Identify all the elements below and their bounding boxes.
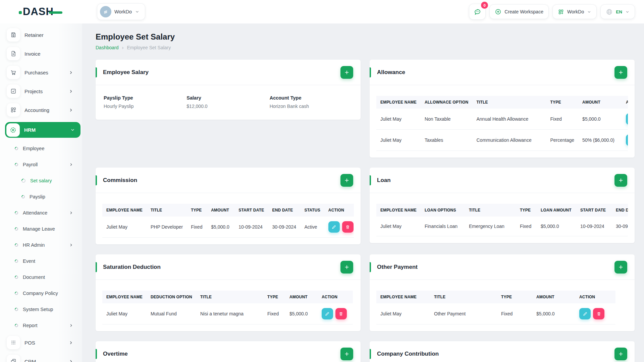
app-switcher-label: WorkDo [567,9,584,14]
sidebar-item-label: Attendance [23,210,47,216]
cell: 30-09-2024 [612,217,628,236]
edit-button[interactable] [322,308,333,319]
add-overtime-button[interactable] [340,348,353,360]
chevron-right-icon [69,243,73,247]
sidebar-item-label: POS [24,340,35,346]
sidebar-item-crm[interactable]: CRM [0,355,82,362]
edit-employee-salary-button[interactable] [340,66,353,79]
sidebar-item-purchases[interactable]: Purchases [0,66,82,79]
delete-button[interactable] [342,221,354,233]
other-payment-card: Other Payment Employee Name Title Type A… [370,254,635,331]
column-header: Title [472,96,546,109]
cell: Juliet May [376,303,430,324]
cell: $5,000.0 [578,109,622,130]
sidebar-item-retainer[interactable]: Retainer [0,28,82,42]
breadcrumb-current: Employee Set Salary [127,45,171,50]
language-button[interactable]: EN [601,5,635,19]
commission-card: Commission Employee Name Title Type Amou… [96,168,361,244]
sidebar-item-hrm[interactable]: HRM [5,122,80,138]
sidebar-item-payroll[interactable]: Payroll [0,159,82,170]
column-header: Amount [578,96,622,109]
sidebar-item-projects[interactable]: Projects [0,84,82,98]
sidebar-item-invoice[interactable]: Invoice [0,47,82,60]
chevron-right-icon [68,89,73,94]
add-saturation-deduction-button[interactable] [340,261,353,274]
chat-bubble-icon [474,8,481,16]
sidebar-item-payslip[interactable]: Payslip [0,191,82,202]
sidebar-item-label: Company Policy [23,291,58,296]
edit-button[interactable] [626,134,628,146]
workspace-avatar [100,6,111,17]
breadcrumb-dashboard-link[interactable]: Dashboard [96,45,119,50]
sidebar-item-report[interactable]: Report [0,320,82,331]
bullet-ring-icon [14,275,19,280]
cell: $5,000.0 [532,303,575,324]
sidebar-item-label: HRM [24,127,36,133]
sidebar-item-attendance[interactable]: Attendance [0,207,82,219]
sidebar-item-hr-admin[interactable]: HR Admin [0,239,82,251]
sidebar-item-system-setup[interactable]: System Setup [0,304,82,315]
card-title: Loan [377,177,391,184]
column-header: Title [430,291,497,303]
sidebar-item-label: HR Admin [23,242,45,248]
cell: Nisi a tenetur magna [196,303,263,324]
sidebar-item-label: System Setup [23,307,53,312]
column-header: Title [465,204,516,217]
floppy-disk-icon [7,28,20,42]
plus-icon [618,264,624,270]
field-label: Salary [186,95,269,101]
sidebar-item-company-policy[interactable]: Company Policy [0,288,82,299]
card-title: Overtime [103,351,128,357]
field-label: Payslip Type [104,95,186,101]
commission-table: Employee Name Title Type Amount Start Da… [102,204,354,238]
delete-button[interactable] [335,308,347,319]
sidebar-item-pos[interactable]: POS [0,336,82,349]
edit-button[interactable] [626,113,628,125]
logo[interactable]: DASH [0,6,82,18]
create-workspace-button[interactable]: Create Workspace [490,5,548,19]
add-company-contribution-button[interactable] [614,348,627,360]
cell: Fixed [546,109,578,130]
sidebar-item-document[interactable]: Document [0,272,82,283]
card-title: Allowance [377,69,405,76]
column-header: Title [196,291,263,303]
sidebar-item-employee[interactable]: Employee [0,143,82,154]
chevron-right-icon [68,70,73,75]
column-header: End Date [268,204,300,217]
column-header: Start Date [576,204,612,217]
app-switcher-button[interactable]: WorkDo [553,5,596,19]
pencil-icon [325,311,330,316]
add-loan-button[interactable] [614,174,627,187]
bullet-ring-icon [14,210,19,215]
add-allowance-button[interactable] [614,66,627,79]
employee-salary-card: Employee Salary Payslip Type Hourly Pays… [96,60,361,120]
delete-button[interactable] [593,308,604,319]
edit-button[interactable] [328,221,340,233]
column-header: Action [324,204,354,217]
workspace-switcher[interactable]: WorkDo [97,4,145,20]
sidebar-item-set-salary[interactable]: Set salary [0,175,82,186]
column-header: Employee Name [102,204,147,217]
sidebar-item-accounting[interactable]: Accounting [0,103,82,117]
table-row: Juliet May Other Payment Fixed $5,000.0 [376,303,615,324]
messages-button[interactable]: 0 [469,4,485,19]
column-header: Employee Name [376,204,421,217]
column-header: Loan Amount [537,204,576,217]
cell: Fixed [187,217,207,238]
loan-card: Loan Employee Name Loan Options Title Ty… [370,168,635,243]
sidebar-item-label: Document [23,275,45,280]
sidebar-item-manage-leave[interactable]: Manage Leave [0,223,82,235]
table-row: Juliet May Non Taxable Annual Health All… [376,109,628,130]
add-other-payment-button[interactable] [614,261,627,274]
cell: PHP Developer [147,217,187,238]
plus-circle-icon [495,8,501,15]
column-header: Title [147,204,187,217]
sidebar-item-event[interactable]: Event [0,255,82,267]
cell: Other Payment [430,303,497,324]
add-commission-button[interactable] [340,174,353,187]
cell: Non Taxable [421,109,473,130]
sidebar-item-label: Event [23,258,35,264]
edit-button[interactable] [579,308,591,319]
chevron-right-icon [69,210,73,215]
card-title: Employee Salary [103,69,149,76]
